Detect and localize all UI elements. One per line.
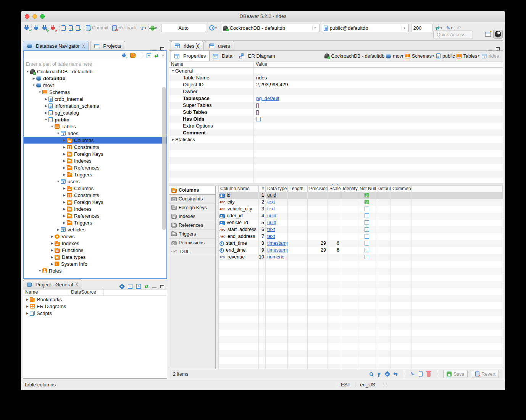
tree-item-triggers[interactable]: ▶Triggers <box>24 219 166 226</box>
debug-icon[interactable] <box>150 26 155 31</box>
expand-arrow-icon[interactable]: ▶ <box>56 228 61 231</box>
close-window-button[interactable] <box>25 14 29 19</box>
open-sql-script-icon[interactable] <box>69 25 73 31</box>
back-icon[interactable]: ↶ <box>457 25 461 31</box>
tab-data[interactable]: Data <box>210 51 236 61</box>
grid-header-[interactable]: # <box>259 186 266 192</box>
grid-header-column-name[interactable]: Column Name <box>219 186 259 192</box>
expand-arrow-icon[interactable]: ▶ <box>25 305 30 308</box>
tab-database-navigator[interactable]: Database Navigator ╳ <box>23 41 89 50</box>
refresh-icon[interactable]: ⇄ <box>436 25 440 31</box>
expand-arrow-icon[interactable]: ▶ <box>50 249 55 252</box>
property-row-comment[interactable]: Comment <box>169 129 503 136</box>
quick-access-input[interactable]: Quick Access <box>433 31 473 39</box>
detail-tab-constraints[interactable]: []Constraints <box>169 195 215 204</box>
edit-pencil-icon[interactable]: ✎ <box>410 371 415 377</box>
tree-item-users[interactable]: ▼users <box>24 178 166 185</box>
tree-item-public[interactable]: ▼public <box>24 116 166 123</box>
save-button[interactable]: Save <box>443 370 468 378</box>
dbeaver-perspective-button[interactable] <box>493 30 503 39</box>
minimize-window-button[interactable] <box>32 14 37 19</box>
not-null-checkbox[interactable] <box>365 255 369 259</box>
column-row-rider-id[interactable]: rider_id4uuid <box>216 213 503 220</box>
grid-header-data-type[interactable]: Data type <box>266 186 288 192</box>
data-type-link[interactable]: text <box>267 234 275 239</box>
tree-item-data-types[interactable]: ▶Data types <box>24 254 166 260</box>
collapse-arrow-icon[interactable]: ▼ <box>37 269 42 273</box>
grid-header-precision[interactable]: Precision <box>308 186 328 192</box>
expand-arrow-icon[interactable]: ▶ <box>62 207 67 211</box>
tree-item-views[interactable]: ▶Views <box>24 233 166 240</box>
not-null-checkbox[interactable] <box>365 227 369 232</box>
detail-tab-ddl[interactable]: <>TDDL <box>169 247 215 256</box>
data-type-link[interactable]: text <box>267 206 275 212</box>
property-row-extra-options[interactable]: Extra Options <box>169 123 503 129</box>
tree-item-references[interactable]: ▶References <box>24 164 166 171</box>
rollback-icon[interactable] <box>112 25 117 31</box>
maximize-view-icon[interactable] <box>160 285 164 288</box>
schema-combo[interactable]: public@defaultdb ▾ <box>322 24 409 32</box>
tree-item-foreign-keys[interactable]: ▶Foreign Keys <box>24 150 166 157</box>
expand-arrow-icon[interactable]: ▶ <box>62 214 67 218</box>
expand-arrow-icon[interactable]: ▶ <box>62 152 67 156</box>
editor-tab-rides[interactable]: rides ╳ <box>171 41 203 50</box>
expand-arrow-icon[interactable]: ▶ <box>31 77 36 80</box>
sql-editor-icon[interactable] <box>61 25 66 31</box>
tree-item-indexes[interactable]: ▶Indexes <box>24 205 166 212</box>
tree-item-tables[interactable]: ▼Tables <box>24 123 166 130</box>
detail-tab-references[interactable]: References <box>169 221 215 230</box>
not-null-checkbox[interactable] <box>365 213 369 218</box>
tree-item-indexes[interactable]: ▶Indexes <box>24 240 166 247</box>
tree-item-cockroachdb-defaultdb[interactable]: ▼CockroachDB - defaultdb <box>24 68 166 75</box>
tab-projects[interactable]: Projects <box>90 41 125 50</box>
link-with-editor-icon[interactable]: ⇄ <box>155 53 158 58</box>
expand-arrow-icon[interactable]: ▶ <box>62 194 67 197</box>
tree-item-columns[interactable]: ▶Columns <box>24 137 166 144</box>
expand-arrow-icon[interactable]: ▶ <box>44 104 48 108</box>
detail-tab-triggers[interactable]: Triggers <box>169 230 215 239</box>
grid-header-not-null[interactable]: Not Null <box>358 186 376 192</box>
data-type-link[interactable]: timestamp <box>267 241 288 246</box>
tree-item-crdb-internal[interactable]: ▶crdb_internal <box>24 95 166 102</box>
tree-item-columns[interactable]: ▶Columns <box>24 185 166 192</box>
detail-tab-indexes[interactable]: Indexes <box>169 212 215 221</box>
collapse-arrow-icon[interactable]: ▼ <box>50 125 55 128</box>
compare-icon[interactable]: ✎ <box>446 25 450 31</box>
breadcrumb-item-rides[interactable]: rides <box>482 53 499 59</box>
view-menu-icon[interactable]: ▽ <box>162 54 164 57</box>
property-value-link[interactable]: pg_default <box>256 95 279 101</box>
connection-combo[interactable]: CockroachDB - defaultdb ▾ <box>221 24 319 32</box>
grid-header-default[interactable]: Default <box>376 186 391 192</box>
reconnect-icon[interactable] <box>42 25 47 31</box>
tree-item-references[interactable]: ▶References <box>24 212 166 219</box>
project-col-datasource[interactable]: DataSource <box>69 289 103 296</box>
filter-icon[interactable] <box>377 373 381 375</box>
close-icon[interactable]: ╳ <box>76 283 77 286</box>
expand-arrow-icon[interactable]: ▶ <box>62 145 67 149</box>
not-null-checkbox[interactable] <box>365 193 369 197</box>
not-null-checkbox[interactable] <box>365 200 369 204</box>
not-null-checkbox[interactable] <box>365 220 369 225</box>
project-item-er-diagrams[interactable]: ▶ER Diagrams <box>23 303 167 310</box>
column-row-end-time[interactable]: end_time9timestamp296 <box>216 247 503 254</box>
breadcrumb-item-public[interactable]: public <box>436 53 455 59</box>
collapse-arrow-icon[interactable]: ▼ <box>31 84 36 87</box>
transaction-mode-icon[interactable] <box>209 25 215 31</box>
gear-icon[interactable] <box>385 372 389 376</box>
tree-item-vehicles[interactable]: ▶vehicles <box>24 226 166 233</box>
fetch-size-input[interactable] <box>411 24 432 32</box>
properties-col-value[interactable]: Value <box>254 61 503 67</box>
property-row-tablespace[interactable]: Tablespacepg_default <box>169 95 503 102</box>
minimize-view-icon[interactable] <box>152 47 157 50</box>
property-row-table-name[interactable]: Table Namerides <box>169 74 503 81</box>
open-perspective-icon[interactable] <box>485 32 491 37</box>
tree-item-system-info[interactable]: ▶System Info <box>24 260 166 267</box>
not-null-checkbox[interactable] <box>365 241 369 246</box>
horizontal-splitter[interactable]: ▲▼ <box>169 183 503 186</box>
detail-tab-permissions[interactable]: Permissions <box>169 239 215 247</box>
collapse-arrow-icon[interactable]: ▼ <box>25 70 30 73</box>
column-row-revenue[interactable]: 123revenue10numeric <box>216 254 503 261</box>
property-row-statistics[interactable]: ▶Statistics <box>169 136 503 143</box>
expand-arrow-icon[interactable]: ▶ <box>50 235 55 238</box>
expand-arrow-icon[interactable]: ▶ <box>62 221 67 225</box>
